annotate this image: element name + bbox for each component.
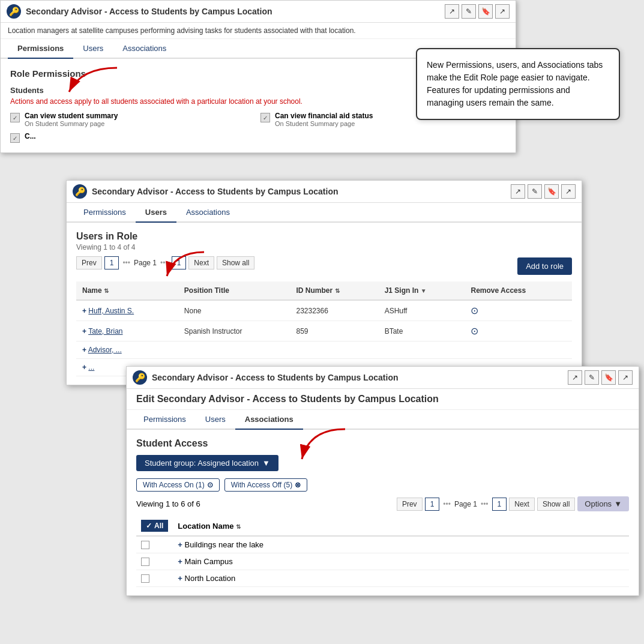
tab-users-w1[interactable]: Users	[73, 39, 113, 59]
cell-loc1: + Buildings near the lake	[173, 536, 629, 553]
dropdown-chevron-icon: ▼	[262, 459, 270, 468]
add-to-role-button[interactable]: Add to role	[517, 257, 572, 275]
location-name-2: Main Campus	[185, 557, 233, 566]
filter-off-close-icon[interactable]: ⊗	[295, 481, 301, 489]
col-id: ID Number ⇅	[290, 281, 378, 300]
tab-permissions-w3[interactable]: Permissions	[134, 410, 196, 430]
cell-remove-3	[465, 342, 572, 359]
col-location-label: Location Name	[178, 522, 233, 531]
window2: 🔑 Secondary Advisor - Access to Students…	[66, 180, 582, 385]
users-table: Name ⇅ Position Title ID Number ⇅ J1 Sig…	[76, 281, 572, 376]
dots1-w3: •••	[442, 500, 452, 508]
cell-pos-3	[178, 342, 290, 359]
perm-item-1: ✓ Can view student summary On Student Su…	[10, 112, 256, 127]
tab-associations-w2[interactable]: Associations	[176, 203, 239, 223]
page-num-w3: 1	[425, 498, 440, 511]
options-button[interactable]: Options ▼	[577, 496, 629, 511]
col-name: Name ⇅	[76, 281, 178, 300]
tab-associations-w3[interactable]: Associations	[235, 410, 303, 430]
filter-on-close-icon[interactable]: ⊙	[207, 481, 213, 489]
row-checkbox-2[interactable]	[141, 558, 149, 566]
remove-icon-1[interactable]: ⊙	[471, 305, 478, 316]
pagination-row-w2: Prev 1 ••• Page 1 ••• 1 Next Show all Ad…	[76, 256, 572, 275]
tab-permissions-w1[interactable]: Permissions	[8, 39, 73, 59]
pin-button[interactable]: ↗	[445, 4, 459, 19]
user-link-3[interactable]: Advisor, ...	[88, 346, 122, 354]
viewing-text-w2: Viewing 1 to 4 of 4	[76, 243, 572, 251]
perm-checkbox-2[interactable]: ✓	[260, 113, 270, 122]
window3-content: Student Access Student group: Assigned l…	[127, 430, 639, 595]
tab-users-w3[interactable]: Users	[196, 410, 235, 430]
edit-button-w2[interactable]: ✎	[528, 184, 542, 199]
tab-permissions-w2[interactable]: Permissions	[74, 203, 136, 223]
tab-users-w2[interactable]: Users	[136, 203, 176, 223]
perm-text-1: Can view student summary On Student Summ…	[25, 112, 118, 127]
row-checkbox-1[interactable]	[141, 541, 149, 549]
pagination-bar-w2: Prev 1 ••• Page 1 ••• 1 Next Show all	[76, 256, 254, 269]
expand-icon-1: +	[178, 540, 182, 549]
filter-with-on[interactable]: With Access On (1) ⊙	[136, 478, 220, 492]
options-label: Options	[585, 499, 612, 508]
user-link-2[interactable]: Tate, Brian	[88, 327, 122, 336]
group-btn-label: Student group: Assigned location	[145, 459, 259, 468]
edit-button[interactable]: ✎	[462, 4, 476, 19]
location-table-header: ✓ All Location Name ⇅	[136, 516, 629, 536]
window3-controls: ↗ ✎ 🔖 ↗	[568, 370, 633, 385]
plus-icon-2: +	[82, 327, 86, 336]
tab-associations-w1[interactable]: Associations	[113, 39, 176, 59]
expand-button-w2[interactable]: ↗	[561, 184, 576, 199]
filter-with-off[interactable]: With Access Off (5) ⊗	[224, 478, 307, 492]
window2-content: Users in Role Viewing 1 to 4 of 4 Prev 1…	[67, 223, 582, 385]
bookmark-button[interactable]: 🔖	[478, 4, 493, 19]
page-num-w2: 1	[104, 256, 119, 269]
show-all-button-w2[interactable]: Show all	[217, 256, 254, 269]
tooltip-box: New Permissions, users, and Associations…	[416, 48, 620, 120]
perm-checkbox-3[interactable]: ✓	[10, 133, 20, 143]
show-all-button-w3[interactable]: Show all	[537, 498, 575, 511]
dots2-w2: •••	[159, 259, 169, 267]
window1-header: 🔑 Secondary Advisor - Access to Students…	[1, 1, 516, 23]
prev-button-w2[interactable]: Prev	[76, 256, 102, 269]
bookmark-button-w3[interactable]: 🔖	[601, 370, 616, 385]
cell-check-loc3	[136, 570, 173, 587]
plus-icon-3: +	[82, 346, 86, 354]
prev-button-w3[interactable]: Prev	[397, 498, 423, 511]
all-checkbox-icon: ✓	[146, 522, 152, 530]
sort-arrow-id: ⇅	[335, 287, 340, 294]
next-button-w2[interactable]: Next	[188, 256, 214, 269]
cell-name-2: + Tate, Brian	[76, 321, 178, 342]
expand-button[interactable]: ↗	[495, 4, 510, 19]
window1-title: Secondary Advisor - Access to Students b…	[26, 7, 272, 16]
user-link-1[interactable]: Huff, Austin S.	[88, 307, 134, 315]
key-icon-w3: 🔑	[133, 370, 147, 385]
table-row: + Huff, Austin S. None 23232366 ASHuff ⊙	[76, 300, 572, 321]
next-button-w3[interactable]: Next	[509, 498, 535, 511]
edit-button-w3[interactable]: ✎	[585, 370, 599, 385]
remove-icon-2[interactable]: ⊙	[471, 326, 478, 336]
expand-icon-3: +	[178, 574, 182, 583]
window3-header: 🔑 Secondary Advisor - Access to Students…	[127, 367, 639, 389]
pin-button-w2[interactable]: ↗	[511, 184, 525, 199]
pin-button-w3[interactable]: ↗	[568, 370, 582, 385]
window3: 🔑 Secondary Advisor - Access to Students…	[126, 366, 639, 596]
tooltip-text: New Permissions, users, and Associations…	[427, 60, 603, 107]
cell-signin-2: BTate	[379, 321, 465, 342]
cell-id-1: 23232366	[290, 300, 378, 321]
window2-tabs: Permissions Users Associations	[67, 203, 582, 223]
perm-checkbox-1[interactable]: ✓	[10, 113, 20, 122]
key-icon-w2: 🔑	[73, 184, 87, 199]
bookmark-button-w2[interactable]: 🔖	[544, 184, 559, 199]
window2-header: 🔑 Secondary Advisor - Access to Students…	[67, 181, 582, 203]
window3-title: Secondary Advisor - Access to Students b…	[152, 373, 399, 382]
row-checkbox-3[interactable]	[141, 574, 149, 583]
page-label-w3: Page 1	[454, 500, 477, 508]
plus-icon-1: +	[82, 307, 86, 315]
group-button[interactable]: Student group: Assigned location ▼	[136, 455, 278, 471]
page-num2-w3: 1	[492, 498, 507, 511]
all-checkbox-btn[interactable]: ✓ All	[141, 520, 168, 532]
expand-button-w3[interactable]: ↗	[618, 370, 633, 385]
table-row: + North Location	[136, 570, 629, 587]
dots2-w3: •••	[480, 500, 490, 508]
user-link-4[interactable]: ...	[88, 363, 94, 372]
cell-remove-2: ⊙	[465, 321, 572, 342]
